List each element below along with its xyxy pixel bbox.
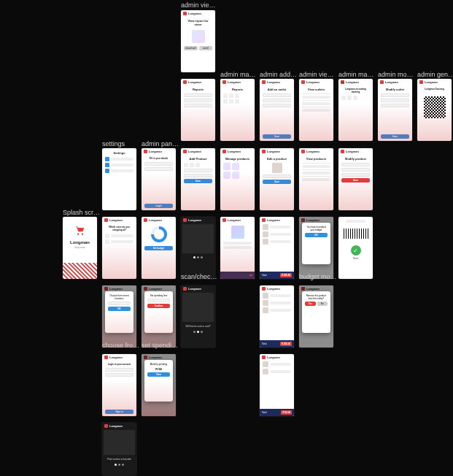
amount-field[interactable] — [147, 299, 170, 302]
settings-item-notifications[interactable] — [111, 164, 133, 166]
artboard-admin-add-outlet[interactable]: Longman Add an outlet Save — [260, 79, 294, 141]
signin-button[interactable]: Sign in — [105, 410, 133, 414]
artboard-admin-view-outlets[interactable]: Longman View outlets — [299, 79, 333, 141]
cart-item[interactable] — [263, 293, 291, 299]
cart-item[interactable] — [263, 231, 291, 237]
frame-label[interactable]: budget mo… — [299, 273, 337, 281]
brand-mark — [183, 12, 187, 15]
artboard-admin-modify-outlet[interactable]: Longman Modify outlet Save — [378, 79, 412, 141]
artboard-settings[interactable]: Settings — [102, 148, 136, 210]
set-budget-button[interactable]: Set budget — [144, 246, 173, 250]
brand-word: Longman — [66, 240, 94, 245]
cart-item[interactable] — [263, 361, 291, 367]
save-button[interactable]: Save — [263, 134, 291, 139]
artboard-budget-warning[interactable]: Longman You have exceeded your budget OK — [299, 217, 333, 279]
store-select[interactable] — [184, 93, 212, 97]
outlet-region[interactable] — [263, 104, 291, 107]
artboard-admin-login[interactable]: Longman Fill in your details Login — [142, 148, 176, 210]
report-illustration — [192, 30, 205, 43]
menu-remove[interactable] — [353, 96, 357, 100]
artboard-splash[interactable]: Longman shop smart — [63, 217, 97, 279]
frame-label[interactable]: scan/check p… — [181, 273, 219, 281]
frame-label[interactable]: admin modi… — [378, 71, 416, 79]
frame-label[interactable]: admin view… — [299, 71, 337, 79]
no-button[interactable]: No — [317, 302, 328, 306]
artboard-add-product[interactable]: Longman Add Product Save — [181, 148, 215, 210]
settings-item-logout[interactable] — [111, 169, 133, 172]
login-button[interactable]: Login — [144, 204, 173, 208]
frame-label[interactable]: admin view … — [181, 1, 219, 9]
artboard-set-spending[interactable]: Longman Set spending limit Confirm — [142, 285, 176, 348]
outlet-address[interactable] — [263, 99, 291, 102]
password-field[interactable] — [105, 373, 133, 377]
camera-viewfinder[interactable] — [182, 293, 214, 322]
artboard-cart-1[interactable]: Longman TotalR 486.40 — [260, 217, 294, 279]
view-button[interactable]: View — [147, 372, 170, 377]
artboard-admin-reports[interactable]: Longman Reports — [181, 79, 215, 141]
cart-item[interactable] — [263, 224, 291, 230]
ok-button[interactable]: OK — [108, 307, 131, 311]
frame-label[interactable]: admin panel… — [142, 140, 179, 148]
check-icon: ✓ — [351, 245, 361, 256]
save-button[interactable]: Save — [184, 179, 212, 183]
artboard-scan-2[interactable]: Longman Will that be cash or card? — [181, 285, 215, 348]
frame-label[interactable]: choose from… — [102, 342, 140, 350]
artboard-admin-manage-reports[interactable]: Longman Reports — [220, 79, 255, 141]
tile[interactable] — [223, 93, 228, 98]
artboard-login[interactable]: Longman Login to your account Sign in — [102, 354, 136, 416]
frame-label[interactable]: admin gene… — [417, 71, 453, 79]
artboard-remove-confirm[interactable]: Longman Remove this product from the tro… — [299, 285, 333, 348]
confirm-button[interactable]: Confirm — [147, 304, 170, 308]
save-button[interactable]: Save — [341, 178, 370, 183]
artboard-edit-product[interactable]: Longman Edit a product Save — [260, 148, 294, 210]
artboard-modify-product[interactable]: Longman Modify product Save — [338, 148, 373, 210]
settings-item-profile[interactable] — [111, 158, 133, 161]
frame-label[interactable]: admin man… — [338, 71, 376, 79]
artboard-cart-2[interactable]: Longman TotalR 486.40 — [260, 285, 294, 348]
artboard-admin-view-report[interactable]: Longman View report for store downloadem… — [181, 10, 215, 72]
download-button[interactable]: download — [184, 46, 198, 50]
figma-canvas[interactable]: admin view … Longman View report for sto… — [0, 0, 453, 476]
yes-button[interactable]: Yes — [305, 302, 316, 306]
outlet-name[interactable] — [263, 93, 291, 97]
artboard-admin-generate-qr[interactable]: Longman Longman Gauteng — [417, 79, 452, 141]
artboard-scan-3[interactable]: Longman Point camera at barcode — [102, 423, 136, 475]
date-range[interactable] — [184, 99, 212, 102]
spend-gauge[interactable] — [151, 226, 167, 242]
artboard-cart-3[interactable]: Longman TotalR 52.24 — [260, 354, 294, 416]
camera-viewfinder[interactable] — [182, 224, 214, 253]
location-option[interactable] — [108, 302, 131, 305]
barcode — [344, 229, 368, 239]
product-image[interactable] — [272, 163, 282, 173]
email-field[interactable] — [105, 368, 133, 372]
artboard-choose-from[interactable]: Longman Choose from recent locations OK — [102, 285, 136, 348]
artboard-manage-products[interactable]: Longman Manage products — [220, 148, 255, 210]
cart-item[interactable] — [263, 239, 291, 245]
frame-label[interactable]: Splash screen — [63, 209, 101, 217]
frame-label[interactable]: settings — [102, 140, 125, 148]
artboard-spending-summary[interactable]: Longman Monthly spending R 58 View — [142, 354, 176, 416]
frame-label[interactable]: set spending… — [142, 342, 179, 350]
password-field[interactable] — [144, 167, 173, 171]
artboard-spend-dial[interactable]: Longman Set budget — [142, 217, 176, 279]
cart-item[interactable] — [263, 369, 291, 375]
frame-label[interactable]: admin man… — [220, 71, 258, 79]
artboard-help[interactable]: Longman — [220, 217, 255, 279]
cart-item[interactable] — [263, 307, 291, 313]
ok-button[interactable]: OK — [305, 233, 328, 237]
save-button[interactable]: Save — [263, 180, 291, 184]
filter-field[interactable] — [184, 104, 212, 107]
username-field[interactable] — [144, 162, 173, 166]
artboard-admin-manage-products-menu[interactable]: Longman Longman.za catalog tracking — [338, 79, 373, 141]
menu-add[interactable] — [341, 96, 346, 100]
artboard-barcode-done[interactable]: ✓ Done — [338, 217, 373, 279]
camera-viewfinder[interactable] — [104, 430, 135, 455]
menu-modify[interactable] — [347, 96, 352, 100]
save-button[interactable]: Save — [381, 134, 409, 139]
artboard-welcome-shopping[interactable]: Longman Which store are you shopping at? — [102, 217, 136, 279]
email-button[interactable]: email — [199, 46, 213, 50]
frame-label[interactable]: admin add … — [260, 71, 298, 79]
artboard-view-products[interactable]: Longman View products — [299, 148, 333, 210]
artboard-scan-1[interactable]: Longman — [181, 217, 215, 279]
cart-item[interactable] — [263, 300, 291, 306]
